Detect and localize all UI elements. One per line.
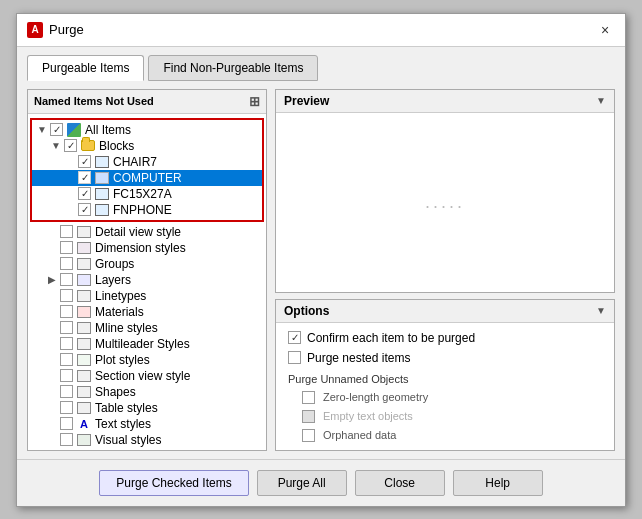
option-zero-length-label: Zero-length geometry (323, 391, 428, 403)
expand-icon-layers[interactable]: ▶ (46, 274, 58, 286)
tree-item-fnphone[interactable]: ▶ FNPHONE (32, 202, 262, 218)
section-view-icon (76, 369, 92, 383)
checkbox-dimension[interactable] (60, 241, 73, 254)
expand-icon-allitems[interactable]: ▼ (36, 124, 48, 136)
checkbox-chair7[interactable] (78, 155, 91, 168)
preview-section: Preview ▼ ..... (275, 89, 615, 293)
checkbox-blocks[interactable] (64, 139, 77, 152)
checkbox-empty-text[interactable] (302, 410, 315, 423)
option-nested-row: Purge nested items (288, 351, 602, 365)
text-styles-label: Text styles (95, 417, 151, 431)
checkbox-computer[interactable] (78, 171, 91, 184)
blocks-icon (80, 139, 96, 153)
checkbox-linetypes[interactable] (60, 289, 73, 302)
help-button[interactable]: Help (453, 470, 543, 496)
tree-item-mline[interactable]: ▶ Mline styles (28, 320, 266, 336)
checkbox-text-styles[interactable] (60, 417, 73, 430)
purge-checked-button[interactable]: Purge Checked Items (99, 470, 248, 496)
checkbox-mline[interactable] (60, 321, 73, 334)
option-empty-text-label: Empty text objects (323, 410, 413, 422)
checkbox-table-styles[interactable] (60, 401, 73, 414)
options-section: Options ▼ Confirm each item to be purged… (275, 299, 615, 451)
footer: Purge Checked Items Purge All Close Help (17, 459, 625, 506)
checkbox-fnphone[interactable] (78, 203, 91, 216)
close-icon[interactable]: × (595, 20, 615, 40)
multileader-label: Multileader Styles (95, 337, 190, 351)
checkbox-zero-length[interactable] (302, 391, 315, 404)
checkbox-fc15x27a[interactable] (78, 187, 91, 200)
checkbox-nested[interactable] (288, 351, 301, 364)
materials-label: Materials (95, 305, 144, 319)
tree-item-dimension[interactable]: ▶ Dimension styles (28, 240, 266, 256)
tree-item-shapes[interactable]: ▶ Shapes (28, 384, 266, 400)
purge-all-button[interactable]: Purge All (257, 470, 347, 496)
tree-item-groups[interactable]: ▶ Groups (28, 256, 266, 272)
mline-icon (76, 321, 92, 335)
multileader-icon (76, 337, 92, 351)
tree-item-all-items[interactable]: ▼ All Items (32, 122, 262, 138)
tree-item-computer[interactable]: ▶ COMPUTER (32, 170, 262, 186)
left-panel-title: Named Items Not Used (34, 95, 154, 107)
preview-header: Preview ▼ (276, 90, 614, 113)
tree-item-detail-view[interactable]: ▶ Detail view style (28, 224, 266, 240)
app-icon: A (27, 22, 43, 38)
dimension-icon (76, 241, 92, 255)
tree-item-fc15x27a[interactable]: ▶ FC15X27A (32, 186, 262, 202)
tree-item-text-styles[interactable]: ▶ A Text styles (28, 416, 266, 432)
tree-item-layers[interactable]: ▶ Layers (28, 272, 266, 288)
option-empty-text-row: Empty text objects (288, 410, 602, 423)
left-panel-header: Named Items Not Used ⊞ (28, 90, 266, 114)
preview-chevron-icon[interactable]: ▼ (596, 95, 606, 106)
checkbox-multileader[interactable] (60, 337, 73, 350)
table-styles-label: Table styles (95, 401, 158, 415)
tab-purgeable[interactable]: Purgeable Items (27, 55, 144, 81)
groups-icon (76, 257, 92, 271)
checkbox-groups[interactable] (60, 257, 73, 270)
materials-icon (76, 305, 92, 319)
checkbox-confirm[interactable] (288, 331, 301, 344)
checkbox-allitems[interactable] (50, 123, 63, 136)
tab-non-purgeable[interactable]: Find Non-Purgeable Items (148, 55, 318, 81)
tree-item-table-styles[interactable]: ▶ Table styles (28, 400, 266, 416)
options-body: Confirm each item to be purged Purge nes… (276, 323, 614, 450)
tree-item-multileader[interactable]: ▶ Multileader Styles (28, 336, 266, 352)
title-bar-left: A Purge (27, 22, 84, 38)
option-zero-length-row: Zero-length geometry (288, 391, 602, 404)
checkbox-section-view[interactable] (60, 369, 73, 382)
dialog-title: Purge (49, 22, 84, 37)
plot-label: Plot styles (95, 353, 150, 367)
checkbox-orphaned[interactable] (302, 429, 315, 442)
fnphone-label: FNPHONE (113, 203, 172, 217)
tree-item-plot[interactable]: ▶ Plot styles (28, 352, 266, 368)
tree-item-section-view[interactable]: ▶ Section view style (28, 368, 266, 384)
dimension-label: Dimension styles (95, 241, 186, 255)
linetypes-label: Linetypes (95, 289, 146, 303)
chair7-icon (94, 155, 110, 169)
checkbox-layers[interactable] (60, 273, 73, 286)
tree-item-chair7[interactable]: ▶ CHAIR7 (32, 154, 262, 170)
checkbox-visual[interactable] (60, 433, 73, 446)
checkbox-plot[interactable] (60, 353, 73, 366)
blocks-label: Blocks (99, 139, 134, 153)
left-panel: Named Items Not Used ⊞ ▼ All Items (27, 89, 267, 451)
item-tree[interactable]: ▼ All Items ▼ Blocks (28, 114, 266, 450)
checkbox-shapes[interactable] (60, 385, 73, 398)
tree-item-materials[interactable]: ▶ Materials (28, 304, 266, 320)
title-bar: A Purge × (17, 14, 625, 47)
tree-item-linetypes[interactable]: ▶ Linetypes (28, 288, 266, 304)
expand-icon-blocks[interactable]: ▼ (50, 140, 62, 152)
tree-item-visual[interactable]: ▶ Visual styles (28, 432, 266, 448)
main-content: Named Items Not Used ⊞ ▼ All Items (17, 81, 625, 459)
close-button[interactable]: Close (355, 470, 445, 496)
linetypes-icon (76, 289, 92, 303)
chair7-label: CHAIR7 (113, 155, 157, 169)
fc15x27a-label: FC15X27A (113, 187, 172, 201)
checkbox-detail-view[interactable] (60, 225, 73, 238)
options-chevron-icon[interactable]: ▼ (596, 305, 606, 316)
tab-bar: Purgeable Items Find Non-Purgeable Items (17, 47, 625, 81)
tree-item-blocks[interactable]: ▼ Blocks (32, 138, 262, 154)
computer-label: COMPUTER (113, 171, 182, 185)
checkbox-materials[interactable] (60, 305, 73, 318)
option-orphaned-label: Orphaned data (323, 429, 396, 441)
fc15x27a-icon (94, 187, 110, 201)
